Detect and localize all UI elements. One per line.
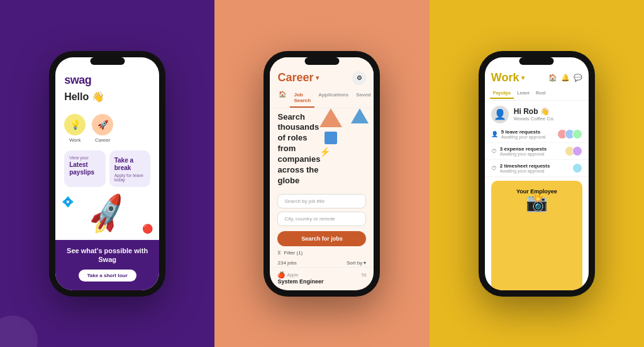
timesheet-request-avatars bbox=[575, 163, 582, 173]
swag-card-payslips[interactable]: View your Latest payslips bbox=[64, 151, 106, 187]
career-settings-button[interactable]: ⚙ bbox=[352, 71, 366, 85]
career-title-text: Career bbox=[277, 71, 313, 84]
work-request-expense[interactable]: ⏱ 3 expense requests Awaiting your appro… bbox=[485, 143, 589, 160]
work-hi-text: Hi Rob 👋 bbox=[514, 107, 555, 116]
swag-work-label: Work bbox=[69, 137, 81, 143]
swag-illustration: 🚀 💠 🔴 bbox=[55, 190, 159, 240]
career-job-company: 🍎 Apple 5d bbox=[277, 271, 366, 278]
work-request-timesheet-left: ⏱ 2 timesheet requests Awaiting your app… bbox=[491, 163, 550, 173]
leave-request-info: 5 leave requests Awaiting your approval bbox=[501, 129, 546, 139]
career-job-title: System Engineer bbox=[277, 278, 366, 285]
swag-icon-work[interactable]: 💡 Work bbox=[64, 114, 86, 143]
job-title-input[interactable]: Search by job title bbox=[277, 194, 366, 208]
swag-hello: Hello 👋 bbox=[64, 91, 150, 103]
swag-icon-career[interactable]: 🚀 Career bbox=[92, 114, 113, 143]
career-inputs: Search by job title City, country or rem… bbox=[270, 190, 374, 230]
work-hi-info: Hi Rob 👋 Woods Coffee Co. bbox=[514, 107, 555, 122]
swag-screen: swag Hello 👋 💡 Work 🚀 Career View your L… bbox=[55, 57, 159, 290]
work-company: Woods Coffee Co. bbox=[514, 116, 555, 122]
phone-notch-center bbox=[304, 57, 339, 65]
career-tabs: 🏠 Job Search Applications Saved bbox=[270, 89, 374, 108]
filter-label: Filter (1) bbox=[284, 250, 303, 256]
swag-card-leave-sub: Apply for leave today bbox=[114, 173, 146, 182]
timesheet-request-icon: ⏱ bbox=[491, 165, 497, 171]
leave-request-avatars bbox=[560, 129, 582, 139]
company-name-row: 🍎 Apple bbox=[277, 271, 298, 278]
expense-request-sub: Awaiting your approval bbox=[500, 152, 547, 156]
swag-card-leave[interactable]: Take a break Apply for leave today bbox=[109, 151, 151, 187]
work-request-leave[interactable]: 👤 5 leave requests Awaiting your approva… bbox=[485, 126, 589, 143]
career-search-button[interactable]: Search for jobs bbox=[277, 231, 366, 246]
company-name: Apple bbox=[287, 273, 298, 277]
work-request-timesheet[interactable]: ⏱ 2 timesheet requests Awaiting your app… bbox=[485, 160, 589, 177]
work-screen: Work ▾ 🏠 🔔 💬 Payslips Leave Rost 👤 Hi Ro… bbox=[485, 57, 589, 290]
work-home-icon[interactable]: 🏠 bbox=[548, 74, 557, 82]
swag-tour-button[interactable]: Take a short tour bbox=[79, 270, 136, 282]
career-hero-deco: ⚡ bbox=[319, 108, 369, 157]
work-tab-roster[interactable]: Rost bbox=[533, 88, 549, 99]
apple-icon: 🍎 bbox=[277, 271, 285, 278]
leave-request-icon: 👤 bbox=[491, 131, 498, 137]
employee-photo: 📸 bbox=[497, 192, 576, 213]
work-employee-banner: Your Employee 📸 bbox=[491, 181, 582, 290]
swag-card-payslips-label: View your bbox=[69, 156, 101, 160]
work-tab-leave[interactable]: Leave bbox=[514, 88, 533, 99]
swag-logo: swag bbox=[64, 74, 150, 87]
career-job-item[interactable]: 🍎 Apple 5d System Engineer bbox=[270, 267, 374, 288]
career-tab-saved[interactable]: Saved bbox=[352, 89, 374, 108]
work-chat-icon[interactable]: 💬 bbox=[574, 74, 582, 82]
panel-right: Work ▾ 🏠 🔔 💬 Payslips Leave Rost 👤 Hi Ro… bbox=[430, 0, 644, 347]
career-hero: Search thousands of roles from companies… bbox=[270, 108, 374, 190]
panel-center: Career ▾ ⚙ 🏠 Job Search Applications Sav… bbox=[214, 0, 429, 347]
mini-avatar-5 bbox=[572, 146, 582, 156]
leave-request-sub: Awaiting your approval bbox=[501, 135, 546, 139]
timesheet-request-info: 2 timesheet requests Awaiting your appro… bbox=[500, 163, 550, 173]
mini-avatar-3 bbox=[572, 129, 582, 139]
results-count: 234 jobs bbox=[277, 260, 296, 266]
expense-request-avatars bbox=[567, 146, 582, 156]
career-tab-jobsearch[interactable]: Job Search bbox=[290, 89, 314, 108]
swag-bottom-title: See what's possible with Swag bbox=[64, 246, 150, 265]
location-input[interactable]: City, country or remote bbox=[277, 212, 366, 226]
sort-label[interactable]: Sort by ▾ bbox=[347, 260, 367, 266]
timesheet-request-sub: Awaiting your approval bbox=[500, 169, 550, 173]
phone-work: Work ▾ 🏠 🔔 💬 Payslips Leave Rost 👤 Hi Ro… bbox=[479, 51, 595, 297]
phone-notch-left bbox=[90, 57, 125, 65]
work-request-expense-left: ⏱ 3 expense requests Awaiting your appro… bbox=[491, 146, 547, 156]
filter-icon: ⧖ bbox=[277, 250, 281, 256]
panel-left: swag Hello 👋 💡 Work 🚀 Career View your L… bbox=[0, 0, 214, 347]
phone-notch-right bbox=[519, 57, 554, 65]
swag-icons-row: 💡 Work 🚀 Career bbox=[55, 109, 159, 148]
expense-request-icon: ⏱ bbox=[491, 148, 497, 154]
triangle-orange bbox=[319, 108, 342, 127]
blue-square-deco bbox=[325, 132, 337, 144]
work-hi-row: 👤 Hi Rob 👋 Woods Coffee Co. bbox=[485, 101, 589, 126]
career-results: 234 jobs Sort by ▾ bbox=[270, 259, 374, 267]
work-nav-icons: 🏠 🔔 💬 bbox=[548, 74, 582, 82]
leave-request-text: 5 leave requests bbox=[501, 129, 546, 135]
work-chevron-icon: ▾ bbox=[521, 74, 525, 81]
work-tab-payslips[interactable]: Payslips bbox=[490, 88, 514, 99]
triangle-blue bbox=[351, 108, 369, 123]
expense-request-text: 3 expense requests bbox=[500, 146, 547, 152]
swag-card-payslips-title: Latest payslips bbox=[69, 161, 101, 176]
career-home-tab[interactable]: 🏠 bbox=[275, 89, 290, 108]
career-filter[interactable]: ⧖ Filter (1) bbox=[270, 247, 374, 259]
career-tab-applications[interactable]: Applications bbox=[314, 89, 352, 108]
job-age: 5d bbox=[362, 273, 367, 277]
career-hero-title: Search thousands of roles from companies… bbox=[277, 112, 326, 186]
sort-label-text: Sort by bbox=[347, 260, 362, 266]
work-bell-icon[interactable]: 🔔 bbox=[561, 74, 570, 82]
deco-circle: 🔴 bbox=[142, 224, 153, 234]
expense-request-info: 3 expense requests Awaiting your approva… bbox=[500, 146, 547, 156]
swag-card-leave-title: Take a break bbox=[114, 157, 146, 172]
swag-header: swag Hello 👋 bbox=[55, 57, 159, 109]
career-title: Career ▾ bbox=[277, 71, 318, 84]
career-icon-circle: 🚀 bbox=[92, 114, 113, 135]
phone-swag: swag Hello 👋 💡 Work 🚀 Career View your L… bbox=[49, 51, 165, 297]
work-icon-circle: 💡 bbox=[64, 114, 86, 135]
swag-bottom: See what's possible with Swag Take a sho… bbox=[55, 240, 159, 290]
zigzag-deco: ⚡ bbox=[319, 147, 369, 157]
swag-career-label: Career bbox=[95, 137, 110, 143]
swag-cards-row: View your Latest payslips Take a break A… bbox=[55, 148, 159, 190]
